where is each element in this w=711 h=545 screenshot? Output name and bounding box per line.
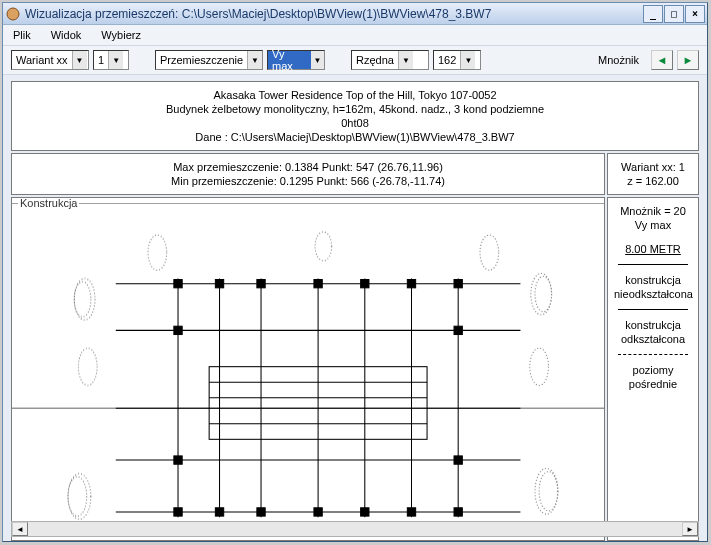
- legend-line-solid: [618, 264, 688, 265]
- menu-view[interactable]: Widok: [47, 27, 86, 43]
- svg-point-38: [78, 348, 97, 385]
- svg-rect-19: [215, 280, 223, 288]
- header-line1: Akasaka Tower Residence Top of the Hill,…: [18, 88, 692, 102]
- svg-rect-29: [174, 508, 182, 516]
- header-panel: Akasaka Tower Residence Top of the Hill,…: [11, 81, 699, 151]
- stats-max: Max przemieszczenie: 0.1384 Punkt: 547 (…: [18, 160, 598, 174]
- floorplan-diagram[interactable]: [12, 221, 605, 533]
- mnoznik-next-button[interactable]: ►: [677, 50, 699, 70]
- main-panel: Konstrukcja: [11, 197, 605, 541]
- svg-rect-33: [361, 508, 369, 516]
- vymax-select[interactable]: Vy max ▼: [267, 50, 325, 70]
- menu-select[interactable]: Wybierz: [97, 27, 145, 43]
- side-top-panel: Wariant xx: 1 z = 162.00: [607, 153, 699, 195]
- side-z: z = 162.00: [614, 174, 692, 188]
- rzedna-select[interactable]: Rzędna ▼: [351, 50, 429, 70]
- svg-rect-23: [407, 280, 415, 288]
- menubar: Plik Widok Wybierz: [3, 25, 707, 45]
- legend-line-solid: [618, 309, 688, 310]
- legend-undef2: nieodkształcona: [614, 287, 692, 301]
- rzedna-val-value: 162: [438, 54, 456, 66]
- chevron-down-icon: ▼: [72, 51, 87, 69]
- svg-rect-30: [215, 508, 223, 516]
- svg-point-47: [539, 471, 558, 510]
- chevron-down-icon: ▼: [108, 51, 123, 69]
- svg-rect-28: [454, 456, 462, 464]
- rzedna-value: Rzędna: [356, 54, 394, 66]
- przem-select[interactable]: Przemieszczenie ▼: [155, 50, 263, 70]
- svg-point-41: [148, 235, 167, 270]
- legend-lev1: poziomy: [614, 363, 692, 377]
- scroll-left-button[interactable]: ◄: [12, 522, 28, 536]
- header-line4: Dane : C:\Users\Maciej\Desktop\BWView(1)…: [18, 130, 692, 144]
- minimize-button[interactable]: _: [643, 5, 663, 23]
- window-title: Wizualizacja przemieszczeń: C:\Users\Mac…: [25, 7, 643, 21]
- titlebar: Wizualizacja przemieszczeń: C:\Users\Mac…: [3, 3, 707, 25]
- toolbar: Wariant xx ▼ 1 ▼ Przemieszczenie ▼ Vy ma…: [3, 45, 707, 75]
- application-window: Wizualizacja przemieszczeń: C:\Users\Mac…: [2, 2, 708, 542]
- stats-panel: Max przemieszczenie: 0.1384 Punkt: 547 (…: [11, 153, 605, 195]
- header-line2: Budynek żelbetowy monolityczny, h=162m, …: [18, 102, 692, 116]
- scroll-track[interactable]: [28, 522, 682, 536]
- legend-vy: Vy max: [614, 218, 692, 232]
- legend-scale: 8.00 METR: [614, 242, 692, 256]
- chevron-down-icon: ▼: [247, 51, 262, 69]
- app-icon: [5, 6, 21, 22]
- legend-mnoznik: Mnożnik = 20: [614, 204, 692, 218]
- num-value: 1: [98, 54, 104, 66]
- svg-rect-31: [257, 508, 265, 516]
- header-line3: 0ht08: [18, 116, 692, 130]
- vymax-value: Vy max: [272, 48, 306, 72]
- svg-point-0: [7, 8, 19, 20]
- svg-rect-24: [454, 280, 462, 288]
- przem-value: Przemieszczenie: [160, 54, 243, 66]
- legend-panel: Mnożnik = 20 Vy max 8.00 METR konstrukcj…: [607, 197, 699, 541]
- svg-rect-26: [454, 326, 462, 334]
- svg-rect-20: [257, 280, 265, 288]
- svg-rect-25: [174, 326, 182, 334]
- side-wariant: Wariant xx: 1: [614, 160, 692, 174]
- svg-rect-22: [361, 280, 369, 288]
- window-controls: _ □ ×: [643, 5, 705, 23]
- chevron-down-icon: ▼: [310, 51, 324, 69]
- svg-rect-27: [174, 456, 182, 464]
- rzedna-val-select[interactable]: 162 ▼: [433, 50, 481, 70]
- svg-point-42: [480, 235, 499, 270]
- legend-line-dashed: [618, 354, 688, 355]
- mnoznik-prev-button[interactable]: ◄: [651, 50, 673, 70]
- maximize-button[interactable]: □: [664, 5, 684, 23]
- svg-point-48: [315, 232, 332, 261]
- stats-min: Min przemieszczenie: 0.1295 Punkt: 566 (…: [18, 174, 598, 188]
- wariant-select[interactable]: Wariant xx ▼: [11, 50, 89, 70]
- svg-rect-18: [174, 280, 182, 288]
- horizontal-scrollbar[interactable]: ◄ ►: [11, 521, 699, 537]
- legend-def1: konstrukcja: [614, 318, 692, 332]
- close-button[interactable]: ×: [685, 5, 705, 23]
- legend-lev2: pośrednie: [614, 377, 692, 391]
- konstrukcja-legend: Konstrukcja: [18, 197, 79, 209]
- svg-rect-32: [314, 508, 322, 516]
- scroll-right-button[interactable]: ►: [682, 522, 698, 536]
- legend-undef1: konstrukcja: [614, 273, 692, 287]
- mnoznik-label: Mnożnik: [598, 54, 639, 66]
- svg-rect-35: [454, 508, 462, 516]
- num-select[interactable]: 1 ▼: [93, 50, 129, 70]
- chevron-down-icon: ▼: [460, 51, 475, 69]
- wariant-value: Wariant xx: [16, 54, 68, 66]
- menu-file[interactable]: Plik: [9, 27, 35, 43]
- svg-rect-21: [314, 280, 322, 288]
- content-area: Akasaka Tower Residence Top of the Hill,…: [11, 81, 699, 541]
- chevron-down-icon: ▼: [398, 51, 413, 69]
- svg-point-45: [530, 348, 549, 385]
- svg-rect-34: [407, 508, 415, 516]
- legend-def2: odkształcona: [614, 332, 692, 346]
- konstrukcja-fieldset: Konstrukcja: [11, 197, 605, 541]
